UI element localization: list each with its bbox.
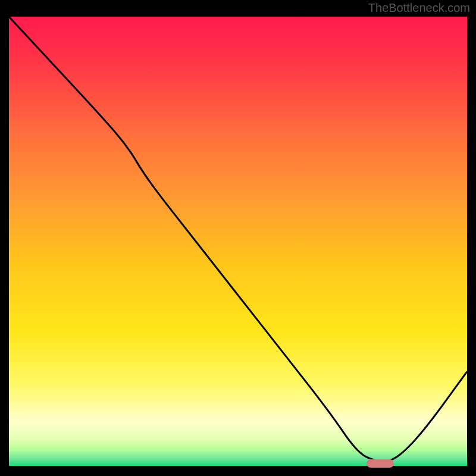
watermark-text: TheBottleneck.com [368,1,470,15]
plot-area [9,17,467,466]
optimal-marker [367,459,394,468]
bottleneck-curve [9,17,467,466]
